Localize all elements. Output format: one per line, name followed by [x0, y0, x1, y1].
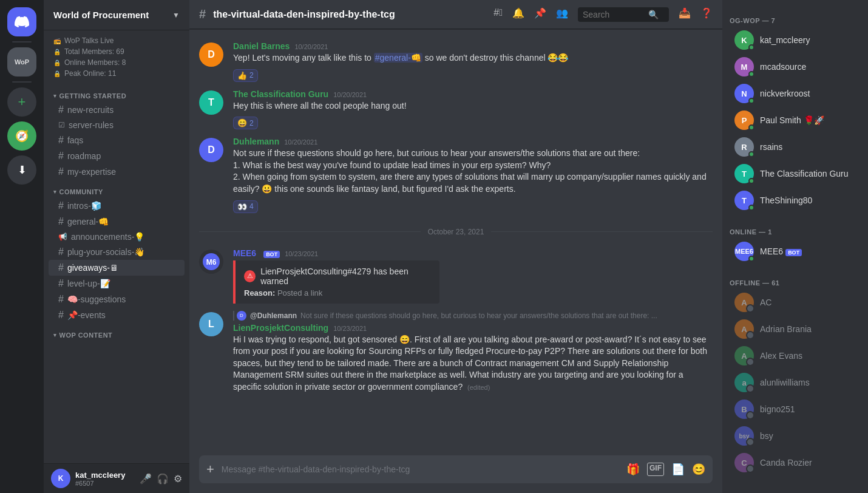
msg-author[interactable]: The Classification Guru	[233, 89, 328, 99]
online-indicator	[748, 124, 754, 131]
member-alunliwilliams[interactable]: a alunliwilliams	[727, 369, 863, 396]
channel-faqs[interactable]: # faqs	[49, 132, 185, 148]
member-avatar: MEE6	[734, 242, 754, 261]
msg-content: Duhlemann 10/20/2021 Not sure if these q…	[233, 137, 713, 212]
channel-general[interactable]: # general-👊	[49, 214, 185, 229]
search-box[interactable]: 🔍	[578, 7, 669, 22]
add-server-icon[interactable]: +	[7, 87, 36, 117]
members-icon[interactable]: 👥	[556, 7, 568, 22]
member-adrian-brania[interactable]: A Adrian Brania	[727, 316, 863, 342]
header-icons: #⃣ 🔔 📌 👥 🔍 📥 ❓	[493, 7, 713, 22]
member-bsy[interactable]: bsy bsy	[727, 423, 863, 449]
members-section-offline: OFFLINE — 61 A AC A Adrian Brania A Alex…	[722, 270, 868, 476]
message-input[interactable]	[222, 457, 619, 481]
msg-text: Hey this is where all the cool people ha…	[233, 100, 713, 112]
headphones-icon[interactable]: 🎧	[157, 473, 169, 484]
pin-icon[interactable]: 📌	[534, 7, 546, 22]
reaction-thumbsup[interactable]: 👍 2	[233, 69, 258, 82]
members-section-online: ONLINE — 1 MEE6 MEE6BOT	[722, 219, 868, 265]
reaction-eyes[interactable]: 👀 4	[233, 200, 258, 213]
server-name-bar[interactable]: World of Procurement ▼	[44, 0, 189, 30]
member-name: nickverkroost	[760, 89, 810, 98]
online-indicator	[748, 256, 754, 262]
wop-server-icon[interactable]: WoP	[7, 47, 36, 76]
member-kat-mccleery[interactable]: K kat_mccleery	[727, 27, 863, 53]
member-rsains[interactable]: R rsains	[727, 134, 863, 160]
sticker-icon[interactable]: 📄	[671, 463, 685, 476]
section-arrow-wop: ▾	[53, 332, 57, 338]
help-icon[interactable]: ❓	[700, 7, 713, 22]
section-header-getting-started[interactable]: ▾ GETTING STARTED	[44, 89, 189, 102]
download-icon[interactable]: ⬇	[7, 155, 36, 185]
reply-author: @Duhlemann	[250, 311, 297, 320]
member-classification-guru[interactable]: T The Classification Guru	[727, 160, 863, 187]
user-status-bar: K kat_mccleery #6507 🎤 🎧 ⚙	[44, 463, 189, 493]
channel-new-recruits[interactable]: # new-recruits	[49, 102, 185, 118]
emoji-icon[interactable]: 😊	[692, 463, 705, 476]
avatar: L	[199, 312, 223, 336]
chevron-down-icon: ▼	[172, 11, 180, 19]
hashtag-icon[interactable]: #⃣	[493, 7, 503, 22]
inbox-icon[interactable]: 📥	[679, 7, 691, 22]
channel-suggestions[interactable]: # 🧠-suggestions	[49, 291, 185, 307]
member-name: TheShining80	[760, 195, 812, 205]
avatar: D	[199, 138, 223, 162]
bell-icon[interactable]: 🔔	[512, 7, 524, 22]
settings-icon[interactable]: ⚙	[174, 473, 182, 484]
channel-server-rules[interactable]: ☑ server-rules	[49, 118, 185, 132]
section-header-wop-content[interactable]: ▾ WOP CONTENT	[44, 328, 189, 341]
member-alex-evans[interactable]: A Alex Evans	[727, 342, 863, 369]
discord-home-icon[interactable]	[7, 7, 36, 36]
message-group: L D @Duhlemann Not sure if these questio…	[189, 308, 722, 396]
channel-intros[interactable]: # intros-🧊	[49, 198, 185, 214]
msg-author[interactable]: MEE6	[233, 248, 256, 258]
channel-giveaways[interactable]: # giveaways-🖥	[49, 260, 185, 276]
member-avatar: T	[734, 191, 754, 210]
channel-my-expertise[interactable]: # my-expertise	[49, 164, 185, 180]
reaction-smile[interactable]: 😄 2	[233, 117, 258, 129]
member-avatar: A	[734, 319, 754, 339]
section-header-community[interactable]: ▾ COMMUNITY	[44, 185, 189, 198]
member-bigno251[interactable]: B bigno251	[727, 396, 863, 423]
member-canda-rozier[interactable]: C Canda Rozier	[727, 449, 863, 476]
explore-icon[interactable]: 🧭	[7, 121, 36, 151]
channel-level-up[interactable]: # level-up-📝	[49, 276, 185, 291]
members-section-header-offline: OFFLINE — 61	[722, 270, 868, 289]
member-name: bigno251	[760, 404, 795, 414]
msg-timestamp: 10/20/2021	[294, 43, 328, 50]
reply-text: Not sure if these questions should go he…	[300, 311, 657, 320]
member-mcadsource[interactable]: M mcadsource	[727, 53, 863, 80]
search-input[interactable]	[583, 10, 643, 19]
warn-text: LienProsjektConsulting#4279 has been war…	[260, 267, 431, 286]
msg-author[interactable]: LienProsjektConsulting	[233, 323, 328, 333]
member-avatar: a	[734, 373, 754, 392]
current-user-name: kat_mccleery	[75, 471, 135, 480]
avatar: M6	[199, 250, 223, 274]
mic-icon[interactable]: 🎤	[140, 473, 152, 484]
add-file-button[interactable]: +	[206, 455, 214, 483]
member-ac[interactable]: A AC	[727, 289, 863, 316]
bot-badge: BOT	[785, 249, 802, 256]
member-name: AC	[760, 298, 771, 307]
channel-roadmap[interactable]: # roadmap	[49, 148, 185, 164]
msg-text: Hi I was trying to respond, but got sens…	[233, 334, 713, 393]
channel-plug-socials[interactable]: # plug-your-socials-👋	[49, 244, 185, 260]
member-avatar: A	[734, 293, 754, 312]
member-avatar: bsy	[734, 426, 754, 446]
msg-header: The Classification Guru 10/20/2021	[233, 89, 713, 99]
gift-icon[interactable]: 🎁	[626, 463, 640, 476]
channel-sidebar: World of Procurement ▼ 📻 WoP Talks Live …	[44, 0, 189, 493]
channel-mention[interactable]: #general-👊	[374, 53, 422, 63]
member-nickverkroost[interactable]: N nickverkroost	[727, 80, 863, 107]
channel-events[interactable]: # 📌-events	[49, 307, 185, 323]
member-theshining80[interactable]: T TheShining80	[727, 187, 863, 214]
member-name: bsy	[760, 431, 773, 441]
msg-author[interactable]: Daniel Barnes	[233, 41, 290, 51]
member-avatar: P	[734, 110, 754, 130]
channel-announcements[interactable]: 📢 announcements-💡	[49, 229, 185, 244]
member-paul-smith[interactable]: P Paul Smith 🌹🚀	[727, 107, 863, 134]
member-mee6[interactable]: MEE6 MEE6BOT	[727, 238, 863, 265]
online-indicator	[748, 44, 754, 50]
msg-author[interactable]: Duhlemann	[233, 137, 279, 146]
gif-icon[interactable]: GIF	[647, 463, 664, 476]
